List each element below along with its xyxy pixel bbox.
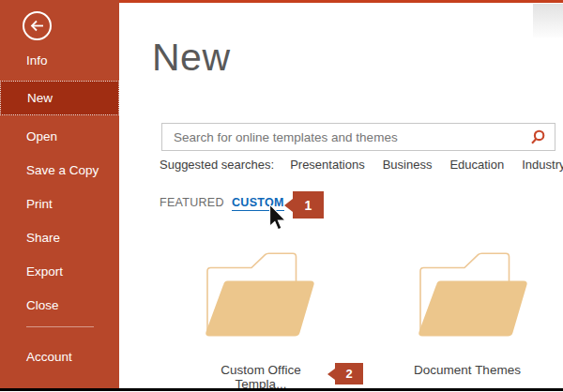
template-folder-custom-office[interactable] xyxy=(205,251,316,341)
annotation-number: 2 xyxy=(335,363,363,384)
sidebar-item-export[interactable]: Export xyxy=(0,254,119,289)
page-title: New xyxy=(152,36,231,80)
magnifier-icon xyxy=(530,129,545,145)
sidebar-item-label: Info xyxy=(26,53,48,68)
sidebar-item-label: New xyxy=(27,91,53,105)
sidebar-item-label: Export xyxy=(26,264,63,279)
sidebar-item-label: Account xyxy=(26,350,72,364)
sidebar-item-label: Close xyxy=(26,298,59,312)
suggested-term-education[interactable]: Education xyxy=(449,158,504,172)
sidebar-item-label: Open xyxy=(26,129,57,143)
suggested-searches: Suggested searches: Presentations Busine… xyxy=(160,158,563,172)
sidebar-item-print[interactable]: Print xyxy=(0,187,119,221)
suggested-searches-label: Suggested searches: xyxy=(160,158,274,172)
sidebar-item-close[interactable]: Close xyxy=(0,288,119,323)
sidebar-item-info[interactable]: Info xyxy=(0,43,119,78)
suggested-term-presentations[interactable]: Presentations xyxy=(290,158,365,172)
sidebar-item-account[interactable]: Account xyxy=(0,339,119,374)
template-label-custom-office[interactable]: Custom Office Templa... xyxy=(195,363,327,391)
search-input[interactable] xyxy=(162,124,521,150)
annotation-step-2: 2 xyxy=(327,363,363,384)
back-button[interactable] xyxy=(23,11,52,40)
mouse-cursor-icon xyxy=(268,204,288,236)
open-folder-icon xyxy=(205,251,316,341)
template-label-document-themes[interactable]: Document Themes xyxy=(402,363,533,377)
sidebar-item-label: Save a Copy xyxy=(26,163,99,177)
sidebar-item-label: Print xyxy=(26,197,53,211)
sidebar-item-share[interactable]: Share xyxy=(0,220,119,255)
callout-arrow-left xyxy=(327,369,335,380)
backstage-sidebar: Info New Open Save a Copy Print Share Ex… xyxy=(0,0,119,392)
suggested-term-business[interactable]: Business xyxy=(383,158,433,172)
tab-featured[interactable]: FEATURED xyxy=(160,196,224,209)
sidebar-item-label: Share xyxy=(26,231,60,245)
template-folder-document-themes[interactable] xyxy=(418,251,529,341)
open-folder-icon xyxy=(418,251,529,341)
template-search-box xyxy=(161,123,555,151)
annotation-number: 1 xyxy=(293,191,324,219)
suggested-term-industry[interactable]: Industry xyxy=(522,158,563,172)
annotation-step-1: 1 xyxy=(284,191,324,219)
sidebar-item-new[interactable]: New xyxy=(0,81,119,115)
sidebar-item-open[interactable]: Open xyxy=(0,119,119,154)
back-arrow-icon xyxy=(29,20,45,32)
top-right-gradient xyxy=(533,4,563,38)
backstage-view: Info New Open Save a Copy Print Share Ex… xyxy=(0,0,563,392)
sidebar-item-save-a-copy[interactable]: Save a Copy xyxy=(0,153,119,188)
search-button[interactable] xyxy=(521,124,555,150)
sidebar-divider xyxy=(26,326,94,327)
